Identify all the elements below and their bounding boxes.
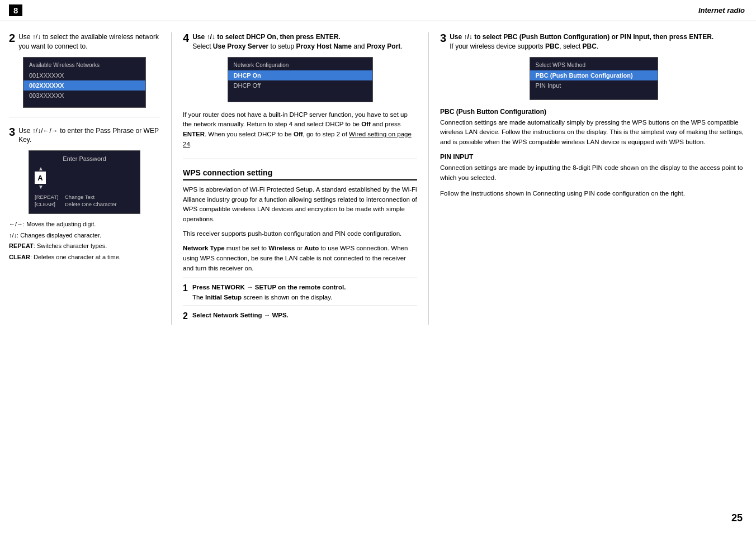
arrow-up-icon: ▲ bbox=[38, 165, 44, 172]
footer-page-number: 25 bbox=[731, 512, 743, 524]
right-step3-number: 3 bbox=[440, 32, 446, 44]
note-1: ←/→: Moves the adjusting digit. bbox=[9, 220, 160, 229]
password-box-title: Enter Password bbox=[35, 155, 134, 162]
step4-body-text: If your router does not have a built-in … bbox=[183, 110, 417, 150]
wps-step1-num: 1 bbox=[183, 283, 188, 302]
wps-divider bbox=[183, 159, 417, 159]
wps-step2-text: Select Network Setting → WPS. bbox=[192, 311, 289, 321]
page-container: 8 Internet radio 2 Use ↑/↓ to select the… bbox=[0, 0, 756, 533]
page-title: Internet radio bbox=[698, 6, 745, 15]
password-repeat-row: [REPEAT] Change Text bbox=[35, 193, 134, 201]
step4-number: 4 bbox=[183, 32, 189, 44]
char-column: ▲ A ▼ bbox=[35, 165, 46, 190]
right-step3-header: 3 Use ↑/↓ to select PBC (Push Button Con… bbox=[440, 32, 747, 51]
pin-section-text1: Connection settings are made by inputtin… bbox=[440, 163, 747, 183]
note-4: CLEAR: Deletes one character at a time. bbox=[9, 253, 160, 262]
pin-input-option[interactable]: PIN Input bbox=[530, 80, 658, 91]
clear-key-label: [CLEAR] bbox=[35, 201, 62, 207]
wps-para-2: This receiver supports push-button confi… bbox=[183, 229, 417, 239]
wps-para-3: Network Type must be set to Wireless or … bbox=[183, 244, 417, 273]
note-2: ↑/↓: Changes displayed character. bbox=[9, 231, 160, 240]
pin-section-title: PIN INPUT bbox=[440, 153, 747, 161]
left-column: 2 Use ↑/↓ to select the available wirele… bbox=[9, 32, 171, 325]
wps-step1-text: Press NETWORK → SETUP on the remote cont… bbox=[192, 283, 346, 302]
pbc-option-selected[interactable]: PBC (Push Button Configuration) bbox=[530, 70, 658, 80]
current-char[interactable]: A bbox=[35, 172, 46, 184]
header-page-number: 8 bbox=[9, 4, 22, 16]
wps-step2-num: 2 bbox=[183, 311, 188, 321]
page-header: 8 Internet radio bbox=[0, 0, 756, 21]
step3-title: Use ↑/↓/←/→ to enter the Pass Phrase or … bbox=[18, 126, 160, 145]
right-column: 3 Use ↑/↓ to select PBC (Push Button Con… bbox=[428, 32, 747, 325]
dhcp-off[interactable]: DHCP Off bbox=[228, 80, 372, 91]
wps-select-box-title: Select WPS Method bbox=[530, 62, 658, 70]
step4-title: Use ↑/↓ to select DHCP On, then press EN… bbox=[192, 33, 403, 50]
repeat-key-label: [REPEAT] bbox=[35, 194, 62, 200]
step2-title: Use ↑/↓ to select the available wireless… bbox=[18, 32, 160, 51]
divider-step2-step3 bbox=[9, 117, 160, 117]
step2-header: 2 Use ↑/↓ to select the available wirele… bbox=[9, 32, 160, 51]
pin-section-text2: Follow the instructions shown in Connect… bbox=[440, 189, 747, 199]
password-action-rows: [REPEAT] Change Text [CLEAR] Delete One … bbox=[35, 193, 134, 208]
dhcp-selection-box: Network Configuration DHCP On DHCP Off bbox=[228, 57, 373, 102]
network-item-3[interactable]: 003XXXXXX bbox=[23, 91, 145, 101]
pbc-section-text: Connection settings are made automatical… bbox=[440, 118, 747, 147]
step4-header: 4 Use ↑/↓ to select DHCP On, then press … bbox=[183, 32, 417, 51]
network-selection-box: Available Wireless Networks 001XXXXXX 00… bbox=[23, 57, 146, 108]
step3-notes: ←/→: Moves the adjusting digit. ↑/↓: Cha… bbox=[9, 220, 160, 261]
arrow-down-icon: ▼ bbox=[38, 184, 44, 190]
step3-number: 3 bbox=[9, 126, 15, 137]
dhcp-on-selected[interactable]: DHCP On bbox=[228, 70, 372, 80]
network-item-1[interactable]: 001XXXXXX bbox=[23, 70, 145, 80]
step3-header: 3 Use ↑/↓/←/→ to enter the Pass Phrase o… bbox=[9, 126, 160, 145]
middle-column: 4 Use ↑/↓ to select DHCP On, then press … bbox=[171, 32, 428, 325]
right-step3-title: Use ↑/↓ to select PBC (Push Button Confi… bbox=[450, 33, 714, 50]
content-area: 2 Use ↑/↓ to select the available wirele… bbox=[0, 21, 756, 336]
password-clear-row: [CLEAR] Delete One Character bbox=[35, 201, 134, 208]
wps-para-1: WPS is abbreviation of Wi-Fi Protected S… bbox=[183, 185, 417, 225]
network-box-title: Available Wireless Networks bbox=[23, 62, 145, 70]
wps-step1: 1 Press NETWORK → SETUP on the remote co… bbox=[183, 278, 417, 302]
repeat-val-label: Change Text bbox=[65, 194, 94, 200]
wps-select-box: Select WPS Method PBC (Push Button Confi… bbox=[530, 57, 658, 100]
note-3: REPEAT: Switches character types. bbox=[9, 241, 160, 251]
password-char-area: ▲ A ▼ bbox=[35, 165, 134, 190]
network-item-2-selected[interactable]: 002XXXXXX bbox=[23, 80, 145, 91]
clear-val-label: Delete One Character bbox=[65, 201, 116, 207]
password-box: Enter Password ▲ A ▼ [REPEAT] Change Tex… bbox=[29, 150, 140, 214]
pbc-section-title: PBC (Push Button Configuration) bbox=[440, 108, 747, 116]
dhcp-box-title: Network Configuration bbox=[228, 62, 372, 70]
step2-number: 2 bbox=[9, 32, 15, 44]
wps-step2: 2 Select Network Setting → WPS. bbox=[183, 306, 417, 321]
wps-heading: WPS connection setting bbox=[183, 168, 417, 180]
